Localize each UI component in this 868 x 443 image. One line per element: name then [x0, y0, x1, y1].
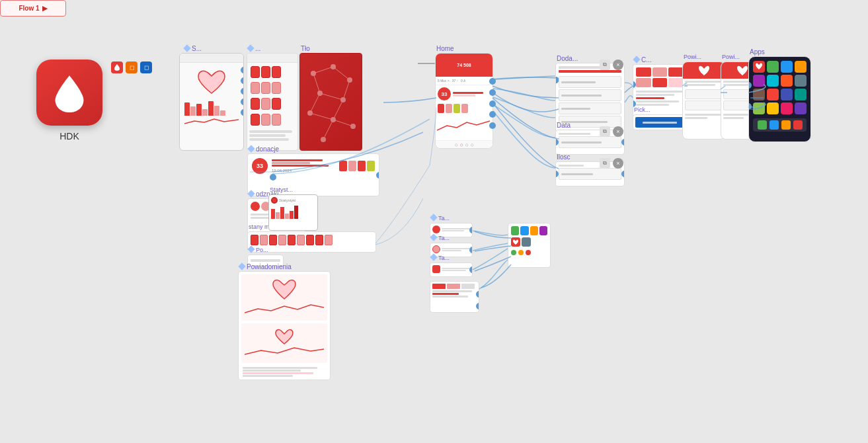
dots-frame-label: ... [248, 45, 260, 52]
svg-line-10 [333, 67, 350, 80]
svg-line-13 [320, 93, 343, 100]
frame-ta3 [430, 262, 473, 277]
powi1-frame-label: Powi... [684, 54, 701, 60]
po-label: Po... [249, 247, 268, 253]
badge-red [111, 61, 123, 73]
count-badge: 33 [252, 158, 268, 174]
svg-line-12 [343, 80, 350, 100]
badge-orange: ◻ [126, 61, 138, 73]
c-frame-label: C... [634, 56, 652, 63]
doda-frame-label: Doda... [557, 55, 578, 62]
data-copy-button[interactable]: ⧉ [600, 126, 610, 137]
data-frame-label: Data [557, 122, 571, 129]
donacje-label: donacje [249, 145, 279, 153]
frame-icons-cluster [508, 223, 551, 268]
svg-line-15 [333, 100, 343, 120]
ta1-label: Ta... [431, 215, 450, 222]
frame-home: 74 508 5 Msc > 37 ↑ 0 A 33 [435, 53, 493, 149]
frame-tlo [299, 53, 362, 151]
apps-frame-label: Apps [750, 48, 765, 56]
frame-apps [748, 56, 811, 142]
ilosc-close-button[interactable]: × [613, 158, 623, 169]
frame-dots [247, 53, 298, 151]
ilosc-copy-button[interactable]: ⧉ [600, 158, 610, 169]
frame-statyst: Statystyki [268, 194, 318, 231]
tlo-frame-label: Tło [301, 45, 310, 52]
ta2-label: Ta... [431, 235, 450, 241]
svg-line-17 [333, 120, 353, 126]
ilosc-frame-label: Ilosc [557, 153, 571, 161]
frame-pick [633, 114, 687, 130]
svg-line-18 [323, 120, 333, 140]
doda-copy-button[interactable]: ⧉ [600, 60, 610, 70]
s-frame-label: S... [184, 45, 202, 52]
svg-line-9 [313, 67, 333, 73]
app-icon-container: HDK [36, 60, 102, 141]
ta3-label: Ta... [431, 255, 450, 261]
svg-line-11 [313, 73, 320, 93]
badge-row: ◻ ◻ [111, 61, 152, 73]
canvas: HDK ◻ ◻ [0, 0, 868, 443]
frame-powi1 [682, 61, 725, 140]
powiadomienia-label: Powiadomienia [239, 263, 292, 270]
home-frame-label: Home [436, 45, 454, 52]
app-name: HDK [59, 131, 79, 141]
frame-s [179, 53, 244, 151]
flow1-banner: Flow 1 ▶ [0, 0, 66, 17]
doda-close-button[interactable]: × [613, 60, 623, 70]
svg-line-14 [310, 93, 320, 113]
pick-frame-label: Pick... [634, 106, 651, 113]
frame-ta4 [430, 281, 479, 313]
data-close-button[interactable]: × [613, 126, 623, 137]
badge-blue: ◻ [140, 61, 152, 73]
statyst-label: Statyst... [270, 186, 293, 193]
frame-powiadomienia [238, 271, 331, 380]
app-icon[interactable] [36, 60, 102, 126]
svg-line-16 [310, 113, 333, 120]
powi2-frame-label: Powi... [722, 54, 740, 60]
